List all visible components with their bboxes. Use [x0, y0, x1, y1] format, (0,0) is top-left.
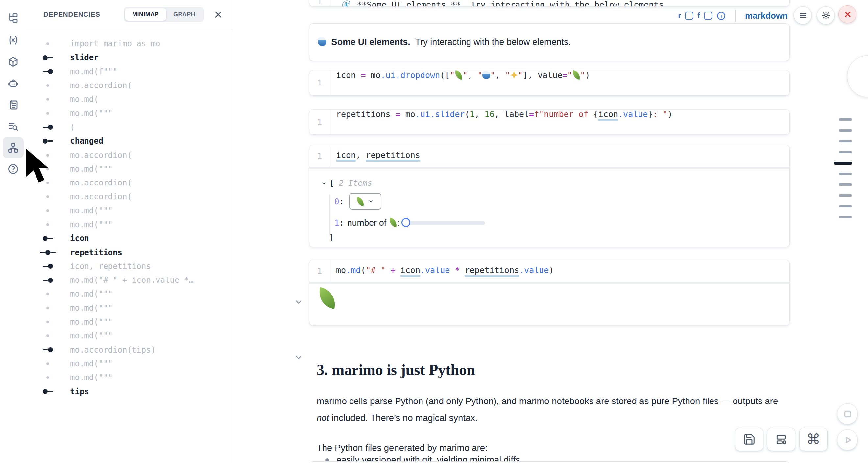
file-tree-icon[interactable] — [3, 8, 24, 29]
minimap-dash[interactable] — [839, 194, 851, 197]
minimap-item[interactable]: mo.md(""" — [26, 371, 232, 384]
cell-marker-icon — [39, 236, 56, 241]
minimap-dash[interactable] — [839, 205, 851, 208]
minimap-item[interactable]: changed — [26, 134, 232, 148]
code-line[interactable]: icon, repetitions — [330, 150, 420, 162]
command-palette-button[interactable]: ⌘ — [799, 428, 828, 451]
minimap-item[interactable]: mo.md( — [26, 92, 232, 106]
minimap-item[interactable]: mo.accordion(tips) — [26, 343, 232, 357]
dropdown-code-cell[interactable]: 1 icon = mo.ui.dropdown(["", "", ""], va… — [309, 70, 790, 96]
code-line[interactable]: mo.md("# " + icon.value * repetitions.va… — [330, 266, 554, 277]
slider-track[interactable] — [402, 221, 485, 225]
save-icon — [743, 433, 755, 445]
minimap-dash[interactable] — [839, 184, 851, 186]
minimap-item[interactable]: mo.md(""" — [26, 329, 232, 343]
save-button[interactable] — [735, 428, 764, 451]
chevron-down-icon — [368, 198, 374, 204]
minimap-item[interactable]: mo.md(""" — [26, 357, 232, 371]
functions-icon[interactable] — [3, 30, 24, 51]
line-number: 1 — [317, 78, 322, 88]
activity-rail — [0, 0, 27, 463]
run-button[interactable] — [837, 429, 858, 450]
menu-button[interactable] — [794, 6, 812, 24]
minimap-item[interactable]: icon, repetitions — [26, 259, 232, 273]
minimap-item-label: icon — [70, 234, 89, 243]
scroll-icon[interactable] — [3, 94, 24, 116]
slider-thumb[interactable] — [401, 218, 410, 227]
cell-toolbar: r f markdown — [309, 8, 790, 23]
ai-assistant-icon[interactable] — [3, 73, 24, 94]
info-icon[interactable] — [716, 11, 726, 21]
repetitions-slider[interactable] — [402, 218, 485, 228]
minimap-item[interactable]: mo.md(""" — [26, 218, 232, 232]
stop-button[interactable] — [837, 403, 858, 424]
minimap-item-label: ( — [70, 123, 74, 132]
shutdown-button[interactable] — [838, 5, 857, 23]
cell-marker-icon — [39, 195, 56, 198]
minimap-item[interactable]: mo.md(""" — [26, 301, 232, 315]
code-line[interactable]: repetitions = mo.ui.slider(1, 16, label=… — [330, 110, 673, 134]
minimap-item[interactable]: icon — [26, 232, 232, 245]
minimap-item-label: mo.accordion( — [70, 178, 132, 187]
line-number: 1 — [317, 117, 322, 127]
help-icon[interactable] — [3, 158, 24, 180]
scroll-minimap[interactable] — [834, 118, 851, 227]
minimap-item[interactable]: mo.md("# " + icon.value *… — [26, 273, 232, 287]
tab-minimap[interactable]: MINIMAP — [125, 8, 166, 21]
chevron-down-icon[interactable] — [321, 181, 327, 186]
icon-dropdown-select[interactable] — [349, 193, 381, 210]
section-collapse-chevron-icon[interactable] — [293, 352, 304, 362]
slider-code-cell[interactable]: 1 repetitions = mo.ui.slider(1, 16, labe… — [309, 109, 790, 135]
minimap-item[interactable]: mo.accordion( — [26, 190, 232, 204]
minimap-item[interactable]: ( — [26, 120, 232, 134]
minimap-item[interactable]: mo.accordion( — [26, 79, 232, 92]
minimap-item[interactable]: tips — [26, 384, 232, 398]
tuple-cell: 1 icon, repetitions [ 2 Items 0: 1: — [309, 145, 790, 247]
minimap-dash[interactable] — [839, 129, 851, 131]
cell-marker-icon — [39, 320, 56, 323]
minimap-dash[interactable] — [839, 118, 851, 121]
settings-button[interactable] — [817, 6, 835, 24]
minimap-item[interactable]: mo.md(""" — [26, 287, 232, 301]
cell-marker-icon — [39, 278, 56, 283]
minimap-dash[interactable] — [839, 151, 851, 153]
minimap-item[interactable]: slider — [26, 51, 232, 64]
line-number: 1 — [317, 267, 322, 276]
marimo-app-window: DEPENDENCIES MINIMAP GRAPH import marimo… — [0, 0, 868, 463]
tab-graph[interactable]: GRAPH — [166, 8, 203, 21]
layout-button[interactable] — [767, 428, 795, 451]
markdown-source-line[interactable]: 🌊 **Some UI elements.** Try interacting … — [336, 0, 669, 7]
code-line[interactable]: icon = mo.ui.dropdown(["", "", ""], valu… — [330, 70, 590, 95]
minimap-item[interactable]: mo.md(f""" — [26, 65, 232, 79]
minimap-item-label: repetitions — [70, 248, 122, 257]
floating-scroll-button[interactable] — [847, 55, 868, 97]
language-mode-label[interactable]: markdown — [745, 11, 788, 21]
minimap-item-label: mo.md(""" — [70, 206, 113, 215]
layout-icon — [775, 433, 787, 445]
markdown-cell-editor[interactable]: 1 🌊 **Some UI elements.** Try interactin… — [309, 0, 790, 7]
format-toggle-checkbox[interactable] — [704, 11, 712, 20]
output-bold-text: Some UI elements. — [329, 37, 410, 47]
leaf-emoji — [388, 218, 398, 227]
minimap-item[interactable]: import marimo as mo — [26, 37, 232, 51]
dependency-graph-icon[interactable] — [3, 137, 24, 158]
minimap-dash[interactable] — [839, 216, 851, 218]
search-list-icon[interactable] — [3, 116, 24, 137]
minimap-item-label: import marimo as mo — [70, 39, 160, 48]
minimap-dash[interactable] — [839, 173, 851, 175]
dependencies-panel-header: DEPENDENCIES MINIMAP GRAPH — [26, 0, 232, 29]
minimap-item[interactable]: mo.md(""" — [26, 106, 232, 120]
minimap-item[interactable]: repetitions — [26, 245, 232, 259]
section-paragraph: marimo cells parse Python (and only Pyth… — [317, 393, 780, 426]
minimap-dash[interactable] — [839, 140, 851, 143]
cell-marker-icon — [39, 112, 56, 115]
minimap-item[interactable]: mo.md(""" — [26, 315, 232, 329]
minimap-item[interactable]: mo.md(""" — [26, 204, 232, 218]
minimap-dash-active[interactable] — [834, 162, 851, 165]
section-paragraph: The Python files generated by marimo are… — [317, 439, 780, 456]
package-icon[interactable] — [3, 51, 24, 72]
minimap-item-label: slider — [70, 53, 99, 62]
run-toggle-checkbox[interactable] — [685, 11, 693, 20]
cell-collapse-chevron-icon[interactable] — [293, 297, 304, 307]
close-icon[interactable] — [212, 9, 224, 20]
